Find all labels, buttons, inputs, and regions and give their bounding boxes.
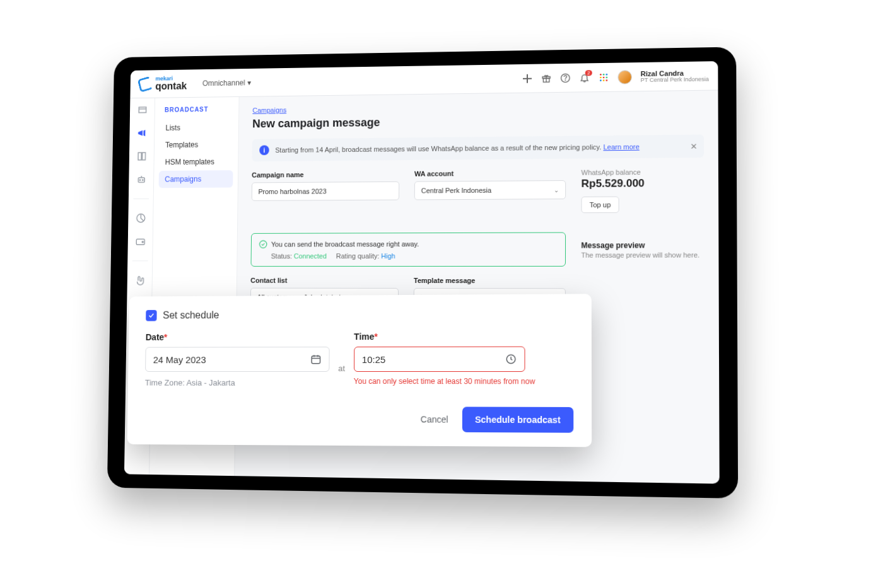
svg-point-4 xyxy=(600,74,602,76)
wa-account-select[interactable]: Central Perk Indonesia ⌄ xyxy=(414,180,566,200)
date-value: 24 May 2023 xyxy=(153,354,206,365)
help-icon[interactable] xyxy=(560,72,570,83)
breadcrumb[interactable]: Campaigns xyxy=(252,107,286,114)
rail-inbox-icon[interactable] xyxy=(136,103,149,117)
schedule-title: Set schedule xyxy=(163,309,219,321)
schedule-popover: Set schedule Date* 24 May 2023 Time Zone… xyxy=(127,294,592,447)
calendar-icon xyxy=(310,354,322,365)
svg-point-10 xyxy=(600,79,602,81)
close-icon[interactable]: ✕ xyxy=(690,141,697,151)
sidebar-item-templates[interactable]: Templates xyxy=(159,135,233,153)
info-notice: i Starting from 14 April, broadcast mess… xyxy=(252,135,704,162)
svg-rect-21 xyxy=(312,356,320,364)
svg-point-6 xyxy=(605,73,607,75)
page-title: New campaign message xyxy=(252,112,704,130)
svg-point-11 xyxy=(602,79,604,81)
user-block[interactable]: Rizal Candra PT Central Perk Indonesia xyxy=(641,69,709,84)
time-error: You can only select time at least 30 min… xyxy=(354,377,535,386)
time-input[interactable]: 10:25 xyxy=(354,347,525,372)
balance-amount: Rp5.529.000 xyxy=(581,176,704,190)
bell-icon[interactable]: 2 xyxy=(579,72,589,83)
contact-list-label: Contact list xyxy=(250,277,399,284)
svg-point-18 xyxy=(142,241,143,243)
bell-badge: 2 xyxy=(585,70,592,76)
svg-point-9 xyxy=(605,76,607,78)
rail-book-icon[interactable] xyxy=(135,149,148,163)
plus-icon[interactable] xyxy=(522,73,532,83)
chevron-down-icon: ⌄ xyxy=(554,187,559,193)
chevron-down-icon: ▾ xyxy=(247,78,251,87)
clock-icon xyxy=(505,354,517,365)
rail-megaphone-icon[interactable] xyxy=(135,126,148,140)
rail-chart-icon[interactable] xyxy=(134,211,147,225)
notice-link[interactable]: Learn more xyxy=(603,143,639,151)
at-text: at xyxy=(338,364,345,373)
sidebar-item-campaigns[interactable]: Campaigns xyxy=(159,170,233,188)
product-dropdown[interactable]: Omnichannel ▾ xyxy=(202,78,251,88)
balance-label: WhatsApp balance xyxy=(582,168,705,176)
time-label: Time* xyxy=(354,331,535,342)
notice-text: Starting from 14 April, broadcast messag… xyxy=(275,143,603,154)
brand-logo[interactable]: mekari qontak xyxy=(139,76,187,91)
rail-hand-icon[interactable] xyxy=(133,274,146,287)
svg-point-3 xyxy=(565,79,566,80)
preview-subtext: The message preview will show here. xyxy=(581,251,704,258)
template-label: Template message xyxy=(414,277,566,284)
info-icon: i xyxy=(259,145,269,155)
logo-icon xyxy=(137,76,153,92)
sidebar-item-lists[interactable]: Lists xyxy=(160,118,234,137)
check-circle-icon xyxy=(259,240,267,249)
schedule-broadcast-button[interactable]: Schedule broadcast xyxy=(462,406,573,432)
user-company: PT Central Perk Indonesia xyxy=(641,76,709,84)
date-label: Date* xyxy=(146,331,330,342)
rail-wallet-icon[interactable] xyxy=(134,234,147,248)
apps-icon[interactable] xyxy=(599,72,609,82)
campaign-name-input[interactable]: Promo harbolnas 2023 xyxy=(252,182,399,201)
svg-point-12 xyxy=(605,79,607,81)
status-value: Connected xyxy=(294,252,327,260)
avatar[interactable] xyxy=(617,70,631,84)
rating-value: High xyxy=(381,252,395,260)
status-message: You can send the broadcast message right… xyxy=(271,240,419,248)
cancel-button[interactable]: Cancel xyxy=(421,414,448,424)
product-dropdown-label: Omnichannel xyxy=(202,78,245,88)
brand-bottom: qontak xyxy=(155,81,187,91)
sidebar-heading: BROADCAST xyxy=(160,103,234,120)
sidebar-item-hsm[interactable]: HSM templates xyxy=(159,153,233,171)
svg-point-5 xyxy=(602,73,604,75)
svg-point-14 xyxy=(139,180,140,180)
svg-point-8 xyxy=(602,76,604,78)
wa-account-label: WA account xyxy=(414,169,566,178)
schedule-checkbox[interactable] xyxy=(146,310,157,321)
gift-icon[interactable] xyxy=(541,73,551,83)
topup-button[interactable]: Top up xyxy=(581,197,619,214)
time-value: 10:25 xyxy=(362,354,385,364)
svg-point-7 xyxy=(600,76,602,78)
topbar-actions: 2 Rizal Candra PT Central Perk Indonesia xyxy=(522,69,709,85)
svg-point-15 xyxy=(142,180,143,180)
rail-robot-icon[interactable] xyxy=(134,173,148,187)
timezone-text: Time Zone: Asia - Jakarta xyxy=(145,378,330,388)
date-input[interactable]: 24 May 2023 xyxy=(145,347,330,372)
status-box: You can send the broadcast message right… xyxy=(251,232,566,267)
svg-point-20 xyxy=(260,241,267,248)
preview-title: Message preview xyxy=(581,241,704,250)
campaign-name-label: Campaign name xyxy=(252,170,399,179)
